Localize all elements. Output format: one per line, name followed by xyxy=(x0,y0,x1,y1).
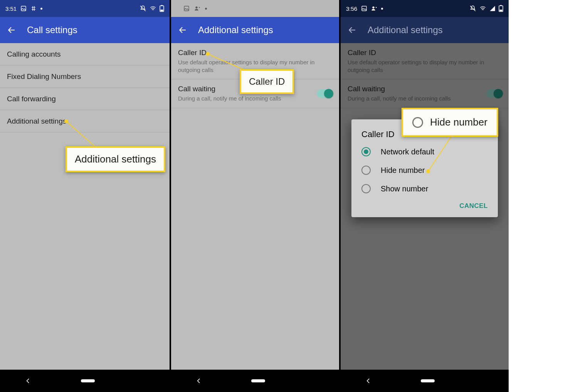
page-title: Additional settings xyxy=(198,25,273,35)
screen-additional-settings: Additional settings Caller ID Use defaul… xyxy=(170,0,339,392)
nav-back[interactable] xyxy=(25,378,31,384)
cancel-button[interactable]: CANCEL xyxy=(457,202,490,210)
back-arrow-icon xyxy=(7,25,16,35)
status-bar xyxy=(171,0,339,17)
option-show-number[interactable]: Show number xyxy=(351,179,498,198)
svg-rect-8 xyxy=(362,6,366,11)
navigation-bar xyxy=(0,370,170,392)
svg-rect-3 xyxy=(161,10,163,11)
status-clock: 3:56 xyxy=(346,5,357,12)
svg-rect-0 xyxy=(21,6,26,11)
contact-icon xyxy=(194,5,200,12)
battery-icon xyxy=(499,5,503,12)
back-button[interactable] xyxy=(178,25,187,35)
app-bar: Additional settings xyxy=(341,17,509,43)
item-additional-settings[interactable]: Additional settings xyxy=(0,110,170,132)
caller-id-label: Caller ID xyxy=(178,49,332,57)
back-arrow-icon xyxy=(348,25,357,35)
item-calling-accounts[interactable]: Calling accounts xyxy=(0,43,170,65)
navigation-bar xyxy=(171,370,339,392)
image-icon xyxy=(20,5,27,12)
radio-outline-icon xyxy=(412,117,423,128)
navigation-bar xyxy=(341,370,509,392)
search-pill[interactable] xyxy=(178,2,332,15)
status-dot xyxy=(40,8,42,10)
bell-off-icon xyxy=(469,5,476,12)
page-title: Call settings xyxy=(27,25,77,35)
svg-rect-2 xyxy=(161,5,163,6)
svg-point-6 xyxy=(195,7,197,8)
radio-icon xyxy=(361,166,371,175)
image-icon xyxy=(361,5,367,12)
wifi-icon xyxy=(150,5,156,12)
back-arrow-icon xyxy=(178,25,187,35)
screen-call-settings: 3:51 Call settings Calling accounts Fixe… xyxy=(0,0,170,392)
nav-back[interactable] xyxy=(196,378,202,384)
hash-icon xyxy=(30,5,37,12)
status-bar: 3:56 xyxy=(341,0,509,17)
callout-marker xyxy=(206,52,210,56)
option-network-default[interactable]: Network default xyxy=(351,142,498,161)
callout-hide-number: Hide number xyxy=(402,108,498,137)
status-dot xyxy=(381,8,383,10)
svg-rect-12 xyxy=(500,10,502,11)
app-bar: Call settings xyxy=(0,17,170,43)
back-button[interactable] xyxy=(7,25,16,35)
status-clock: 3:51 xyxy=(5,5,17,12)
svg-rect-5 xyxy=(184,6,189,11)
wifi-icon xyxy=(479,5,486,12)
signal-icon xyxy=(489,5,496,12)
nav-home[interactable] xyxy=(251,379,265,382)
item-call-forwarding[interactable]: Call forwarding xyxy=(0,88,170,110)
contact-icon xyxy=(371,5,377,12)
call-waiting-toggle[interactable] xyxy=(317,89,332,98)
bell-off-icon xyxy=(139,5,146,12)
nav-back[interactable] xyxy=(365,378,371,384)
callout-caller-id: Caller ID xyxy=(240,69,294,94)
callout-marker xyxy=(64,119,68,123)
app-bar: Additional settings xyxy=(171,17,339,43)
nav-home[interactable] xyxy=(421,379,435,382)
screen-caller-id-dialog: 3:56 Additional settings Caller ID Use d… xyxy=(339,0,509,392)
radio-icon xyxy=(361,147,371,156)
call-waiting-sub: During a call, notify me of incoming cal… xyxy=(178,95,315,102)
option-hide-number[interactable]: Hide number xyxy=(351,161,498,179)
callout-marker xyxy=(426,169,430,173)
status-bar: 3:51 xyxy=(0,0,170,17)
svg-rect-11 xyxy=(500,5,502,6)
callout-additional-settings: Additional settings xyxy=(66,146,165,172)
item-fixed-dialing[interactable]: Fixed Dialing Numbers xyxy=(0,65,170,88)
nav-home[interactable] xyxy=(81,379,95,382)
svg-point-9 xyxy=(373,7,375,8)
radio-icon xyxy=(361,184,371,193)
page-title: Additional settings xyxy=(368,25,443,35)
back-button[interactable] xyxy=(348,25,357,35)
status-dot xyxy=(205,8,207,10)
battery-icon xyxy=(160,5,164,12)
image-icon xyxy=(183,5,190,12)
